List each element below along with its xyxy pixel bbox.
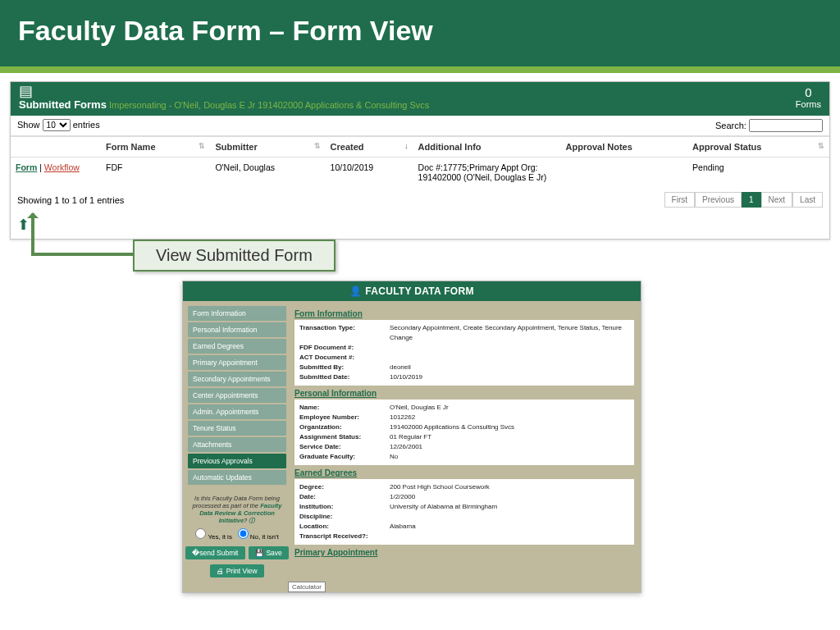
pager-1[interactable]: 1 — [742, 192, 761, 208]
print-button[interactable]: 🖨 Print View — [210, 564, 263, 578]
left-column: Form InformationPersonal InformationEarn… — [183, 301, 291, 580]
field-row: ACT Document #: — [299, 353, 629, 363]
action-buttons: �send Submit 💾 Save — [183, 544, 291, 562]
field-row: Assignment Status:01 Regular FT — [299, 432, 629, 442]
nav-item-personal-information[interactable]: Personal Information — [188, 322, 286, 337]
accent-bar — [0, 66, 840, 73]
count-label: Forms — [796, 99, 821, 109]
page-banner: Faculty Data Form – Form View — [0, 0, 840, 66]
field-row: Discipline: — [299, 512, 629, 522]
show-label: Show — [17, 120, 40, 130]
form-link[interactable]: Form — [16, 162, 37, 172]
nav-item-attachments[interactable]: Attachments — [188, 437, 286, 452]
col-actions[interactable] — [11, 137, 101, 158]
cell-status: Pending — [687, 158, 829, 188]
table-toolbar: Show 10 entries Search: — [11, 116, 829, 136]
workflow-link[interactable]: Workflow — [44, 162, 80, 172]
entries-label: entries — [73, 120, 100, 130]
page-title: Faculty Data Form – Form View — [18, 15, 822, 47]
table-footer: Showing 1 to 1 of 1 entries First Previo… — [11, 187, 829, 216]
field-row: Organization:191402000 Applications & Co… — [299, 422, 629, 432]
count-number: 0 — [796, 85, 821, 99]
col-additional[interactable]: Additional Info — [413, 137, 561, 158]
nav-item-previous-approvals[interactable]: Previous Approvals — [188, 454, 286, 468]
nav-item-secondary-appointments[interactable]: Secondary Appointments — [188, 372, 286, 386]
form-info-body: Transaction Type:Secondary Appointment, … — [294, 320, 634, 386]
nav-item-automatic-updates[interactable]: Automatic Updates — [188, 470, 286, 485]
nav-item-primary-appointment[interactable]: Primary Appointment — [188, 355, 286, 370]
entries-select[interactable]: 10 — [43, 119, 71, 131]
col-notes[interactable]: Approval Notes — [561, 137, 688, 158]
section-form-info: Form Information — [294, 309, 634, 318]
col-form-name[interactable]: Form Name⇅ — [101, 137, 210, 158]
search-group: Search: — [715, 119, 823, 132]
user-icon: 👤 — [349, 285, 362, 297]
section-personal: Personal Information — [294, 389, 634, 398]
field-row: Institution:University of Alabama at Bir… — [299, 502, 629, 512]
submit-button[interactable]: �send Submit — [185, 546, 244, 559]
form-title: FACULTY DATA FORM — [365, 285, 473, 297]
nav-item-admin-appointments[interactable]: Admin. Appointments — [188, 404, 286, 419]
forms-table: Form Name⇅ Submitter⇅ Created↓ Additiona… — [11, 136, 829, 187]
nav-item-earned-degrees[interactable]: Earned Degrees — [188, 339, 286, 354]
helper-text: Is this Faculty Data Form being processe… — [183, 491, 291, 528]
field-row: Service Date:12/26/2001 — [299, 442, 629, 452]
col-status[interactable]: Approval Status⇅ — [687, 137, 829, 158]
nav-item-tenure-status[interactable]: Tenure Status — [188, 421, 286, 436]
pager-prev[interactable]: Previous — [695, 192, 742, 208]
side-nav: Form InformationPersonal InformationEarn… — [183, 301, 291, 491]
nav-item-form-information[interactable]: Form Information — [188, 306, 286, 321]
field-row: Submitted By:deoneil — [299, 363, 629, 372]
field-row: Name:O'Neil, Douglas E Jr — [299, 403, 629, 413]
pager: First Previous 1 Next Last — [664, 192, 823, 208]
cell-additional: Doc #:17775;Primary Appt Org: 191402000 … — [413, 158, 561, 188]
radio-yes[interactable]: Yes, it is — [195, 533, 232, 541]
nav-item-center-appointments[interactable]: Center Appointments — [188, 388, 286, 403]
field-row: Graduate Faculty:No — [299, 452, 629, 462]
panel-header: ▤ Submitted Forms Impersonating - O'Neil… — [11, 82, 829, 116]
pager-last[interactable]: Last — [792, 192, 823, 208]
pager-next[interactable]: Next — [761, 192, 793, 208]
field-row: Employee Number:1012262 — [299, 413, 629, 422]
degrees-body: Degree:200 Post High School CourseworkDa… — [294, 479, 634, 545]
impersonation-text: Impersonating - O'Neil, Douglas E Jr 191… — [109, 100, 429, 110]
faculty-form-panel: 👤 FACULTY DATA FORM Form InformationPers… — [182, 281, 641, 593]
personal-body: Name:O'Neil, Douglas E JrEmployee Number… — [294, 399, 634, 465]
field-row: Submitted Date:10/10/2019 — [299, 372, 629, 382]
submitted-forms-panel: ▤ Submitted Forms Impersonating - O'Neil… — [10, 81, 830, 240]
field-row: Degree:200 Post High School Coursework — [299, 482, 629, 492]
field-row: Transcript Received?: — [299, 532, 629, 541]
section-primary: Primary Appointment — [294, 548, 634, 557]
field-row: Transaction Type:Secondary Appointment, … — [299, 323, 629, 343]
field-row: Location:Alabama — [299, 522, 629, 532]
document-icon: ▤ — [19, 84, 821, 98]
pager-first[interactable]: First — [664, 192, 695, 208]
callout-box: View Submitted Form — [133, 240, 336, 272]
form-header: 👤 FACULTY DATA FORM — [183, 281, 641, 301]
forms-count: 0 Forms — [796, 85, 821, 109]
col-created[interactable]: Created↓ — [326, 137, 413, 158]
col-submitter[interactable]: Submitter⇅ — [210, 137, 325, 158]
table-row: Form | Workflow FDF O'Neil, Douglas 10/1… — [11, 158, 829, 188]
form-content: Form Information Transaction Type:Second… — [291, 301, 641, 580]
initiative-radios: Yes, it is No, it isn't — [183, 528, 291, 544]
cell-form-name: FDF — [101, 158, 210, 188]
panel-title: Submitted Forms — [19, 98, 107, 111]
search-label: Search: — [715, 121, 746, 130]
cell-notes — [561, 158, 688, 188]
cell-created: 10/10/2019 — [326, 158, 413, 188]
field-row: FDF Document #: — [299, 343, 629, 353]
callout-arrow — [31, 213, 34, 256]
radio-no[interactable]: No, it isn't — [238, 533, 279, 541]
show-entries: Show 10 entries — [17, 119, 100, 132]
search-input[interactable] — [749, 119, 823, 132]
scroll-top-icon[interactable]: ⬆ — [11, 216, 829, 239]
field-row: Date:1/2/2000 — [299, 492, 629, 502]
calculator-button[interactable]: Calculator — [288, 582, 326, 592]
section-degrees: Earned Degrees — [294, 468, 634, 477]
showing-text: Showing 1 to 1 of 1 entries — [17, 195, 124, 205]
row-actions: Form | Workflow — [11, 158, 101, 188]
save-button[interactable]: 💾 Save — [249, 546, 289, 559]
cell-submitter: O'Neil, Douglas — [210, 158, 325, 188]
